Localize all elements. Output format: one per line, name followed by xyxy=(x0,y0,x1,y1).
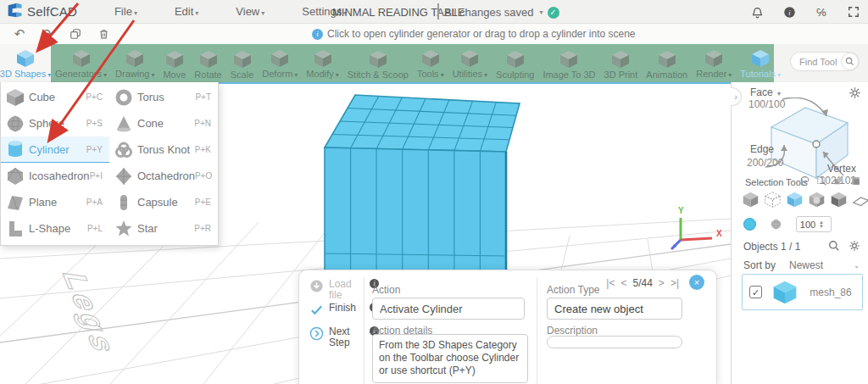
cube-wire-icon[interactable] xyxy=(764,191,782,209)
toolbar-item-deform[interactable]: Deform▾ xyxy=(258,44,302,82)
toolbar-item-tools[interactable]: Tools▾ xyxy=(413,44,448,82)
multi-cube-icon[interactable] xyxy=(833,175,844,186)
toolbar-item-modify[interactable]: Modify▾ xyxy=(302,44,342,82)
toolbar-item-generators[interactable]: Generators▾ xyxy=(51,44,111,82)
brush-size-input[interactable] xyxy=(797,220,819,230)
toolbar-item-rotate[interactable]: Rotate xyxy=(190,44,225,82)
description-input[interactable] xyxy=(547,336,682,348)
menu-item-capsule[interactable]: CapsuleP+E xyxy=(109,189,218,215)
scale-icon xyxy=(232,49,253,70)
menu-item-icosahedron[interactable]: IcosahedronP+I xyxy=(1,163,109,189)
stepper-icons[interactable]: ▲▼ xyxy=(819,220,824,229)
menu-item-shortcut: P+R xyxy=(194,224,211,233)
mesh-cube[interactable] xyxy=(325,95,520,286)
plane-select-icon[interactable] xyxy=(852,191,868,209)
bell-icon[interactable] xyxy=(749,4,765,19)
cube-solid-icon[interactable] xyxy=(742,191,760,209)
next-step-button[interactable]: > xyxy=(659,277,665,289)
menu-item-plane[interactable]: PlaneP+A xyxy=(1,189,109,215)
prev-step-button[interactable]: < xyxy=(620,277,626,289)
shapes-dropdown-menu: CubeP+CSphereP+SCylinderP+YIcosahedronP+… xyxy=(0,82,219,246)
action-input[interactable] xyxy=(372,298,525,320)
save-status[interactable]: All changes saved ▾ ✓ xyxy=(444,6,559,19)
toolbar-item-tutorials[interactable]: Tutorials▾ xyxy=(736,44,785,82)
undo-icon[interactable]: ↶ xyxy=(11,26,28,42)
panel-collapse-handle[interactable]: › xyxy=(731,87,742,106)
objects-settings-icon[interactable] xyxy=(849,240,861,253)
capsule-icon xyxy=(114,192,134,213)
first-step-button[interactable]: |< xyxy=(606,277,615,289)
selection-mode-dropdown[interactable]: Face ▾ xyxy=(750,86,781,98)
menu-item-label: Sphere xyxy=(29,117,86,130)
shortcuts-icon[interactable]: ℅ xyxy=(814,4,829,19)
menu-item-octahedron[interactable]: OctahedronP+O xyxy=(109,163,218,189)
close-icon[interactable]: × xyxy=(689,275,704,290)
menu-item-cylinder[interactable]: CylinderP+Y xyxy=(1,136,109,163)
tutorials-icon xyxy=(750,48,771,69)
toolbar-item-3d-shapes[interactable]: 3D Shapes▾ xyxy=(0,44,51,82)
menu-item-torus-knot[interactable]: Torus KnotP+K xyxy=(109,136,218,163)
selection-mode-icons xyxy=(742,191,868,209)
vertex-label: Vertex xyxy=(827,163,856,175)
lasso-icon[interactable] xyxy=(799,175,810,186)
tutorial-step-next-step[interactable]: Next Stepi xyxy=(309,326,379,348)
selfcad-logo[interactable]: SelfCAD xyxy=(0,2,77,22)
menu-item-star[interactable]: StarP+R xyxy=(109,215,218,242)
menu-file[interactable]: File▾ xyxy=(114,5,137,18)
find-tool-search[interactable]: Find Tool xyxy=(790,52,860,71)
stitch-icon xyxy=(368,49,388,70)
toolbar-item-image-to-3d[interactable]: Image To 3D xyxy=(538,44,599,82)
menu-edit[interactable]: Edit▾ xyxy=(175,5,198,18)
brush-circle-icon[interactable] xyxy=(743,218,756,231)
cube-sphere-icon[interactable] xyxy=(808,191,826,209)
toolbar-item-utilities[interactable]: Utilities▾ xyxy=(448,44,492,82)
menu-item-cone[interactable]: ConeP+N xyxy=(109,110,218,136)
step-counter: 5/44 xyxy=(633,277,653,289)
menu-item-shortcut: P+C xyxy=(86,92,103,102)
toolbar-item-scale[interactable]: Scale xyxy=(226,44,259,82)
menu-item-label: Octahedron xyxy=(137,170,195,182)
divider xyxy=(537,277,537,384)
brush-sphere-icon[interactable] xyxy=(770,218,782,231)
fullscreen-icon[interactable] xyxy=(846,4,861,19)
last-step-button[interactable]: >| xyxy=(670,277,679,289)
sort-value: Newest xyxy=(789,259,823,271)
toolbar-item-move[interactable]: Move xyxy=(159,44,190,82)
cube-faces-active-icon[interactable] xyxy=(786,191,804,209)
menu-item-shortcut: P+O xyxy=(195,171,212,181)
toolbar-item-animation[interactable]: Animation xyxy=(642,44,692,82)
cube-stack-icon[interactable] xyxy=(850,175,861,186)
save-status-label: All changes saved xyxy=(444,6,534,19)
menu-item-sphere[interactable]: SphereP+S xyxy=(1,110,109,136)
copy-icon[interactable] xyxy=(67,26,84,42)
toolbar-item-stitch-scoop[interactable]: Stitch & Scoop xyxy=(343,44,413,82)
menu-item-cube[interactable]: CubeP+C xyxy=(1,84,109,110)
toolbar-item-drawing[interactable]: Drawing▾ xyxy=(111,44,159,82)
cube-half-icon[interactable] xyxy=(830,191,848,209)
description-label: Description xyxy=(547,325,598,337)
object-visibility-checkbox[interactable]: ✓ xyxy=(749,286,762,298)
menu-item-torus[interactable]: TorusP+T xyxy=(109,84,218,110)
selection-tools-label: Selection Tools xyxy=(745,177,808,187)
toolbar-item-render[interactable]: Render▾ xyxy=(692,44,736,82)
tutorial-step-load-file[interactable]: Load filei xyxy=(309,279,379,301)
info-icon[interactable]: i xyxy=(782,4,797,19)
toolbar-item-sculpting[interactable]: Sculpting xyxy=(492,44,538,82)
menu-view[interactable]: View▾ xyxy=(236,5,264,18)
toolbar-item-3d-print[interactable]: 3D Print xyxy=(600,44,643,82)
menu-item-l-shape[interactable]: L-ShapeP+L xyxy=(1,215,109,242)
deform-icon xyxy=(270,48,290,69)
redo-icon[interactable]: ↷ xyxy=(39,26,56,42)
tutorial-step-finish[interactable]: Finishi xyxy=(309,303,379,317)
object-name: mesh_86 xyxy=(799,287,862,298)
search-icon[interactable] xyxy=(841,53,859,70)
trash-icon[interactable] xyxy=(95,26,112,42)
box-select-icon[interactable] xyxy=(816,175,827,186)
menu-group: File▾Edit▾View▾Settings▾ xyxy=(77,5,347,18)
search-objects-icon[interactable] xyxy=(828,240,841,253)
menu-item-shortcut: P+Y xyxy=(86,145,103,154)
action-details-textarea[interactable]: From the 3D Shapes Category on the Toolb… xyxy=(372,334,528,383)
action-type-input[interactable] xyxy=(547,298,682,320)
sort-select[interactable]: Newest ⌄ xyxy=(786,258,863,273)
object-card[interactable]: ✓mesh_86 xyxy=(742,274,863,310)
